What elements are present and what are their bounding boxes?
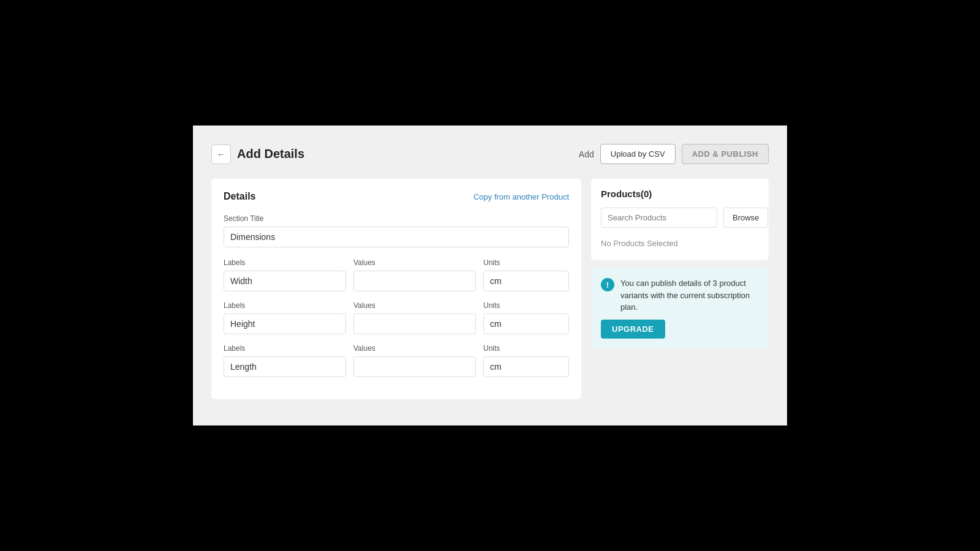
unit-input-3[interactable]	[484, 357, 569, 377]
add-publish-button[interactable]: ADD & PUBLISH	[682, 144, 769, 164]
label-input-3[interactable]	[224, 356, 346, 377]
unit-select-1[interactable]: ▼	[483, 271, 569, 291]
values-input-2[interactable]	[353, 313, 476, 334]
search-browse-row: Browse	[601, 208, 759, 228]
info-text: You can publish details of 3 product var…	[620, 277, 759, 313]
main-content: Details Copy from another Product Sectio…	[211, 179, 769, 399]
browse-button[interactable]: Browse	[723, 208, 768, 228]
info-icon: !	[601, 278, 614, 291]
app-container: ← Add Details Add Upload by CSV ADD & PU…	[193, 126, 787, 425]
values-label-3: Values	[353, 344, 476, 353]
row-2: Labels Values Units ▼	[224, 301, 569, 334]
header-left: ← Add Details	[211, 144, 304, 164]
no-products-text: No Products Selected	[601, 236, 759, 250]
left-panel: Details Copy from another Product Sectio…	[211, 179, 581, 399]
labels-label-1: Labels	[224, 258, 346, 267]
labels-label-2: Labels	[224, 301, 346, 310]
label-field-2: Labels	[224, 301, 346, 334]
page-title: Add Details	[237, 147, 304, 161]
unit-input-2[interactable]	[484, 314, 569, 334]
section-title-input[interactable]	[224, 227, 569, 247]
panel-header: Details Copy from another Product	[224, 191, 569, 202]
units-field-3: Units ▼	[483, 344, 569, 377]
units-field-1: Units ▼	[483, 258, 569, 291]
copy-from-product-link[interactable]: Copy from another Product	[473, 192, 569, 201]
values-input-1[interactable]	[353, 271, 476, 291]
values-input-3[interactable]	[353, 356, 476, 377]
values-field-1: Values	[353, 258, 476, 291]
upload-csv-button[interactable]: Upload by CSV	[600, 144, 676, 164]
right-panel: Products(0) Browse No Products Selected …	[591, 179, 769, 399]
values-field-2: Values	[353, 301, 476, 334]
search-products-input[interactable]	[601, 208, 717, 228]
row-3: Labels Values Units ▼	[224, 344, 569, 377]
values-label-2: Values	[353, 301, 476, 310]
section-title-label: Section Title	[224, 214, 569, 223]
labels-label-3: Labels	[224, 344, 346, 353]
units-label-2: Units	[483, 301, 569, 310]
add-label: Add	[579, 149, 594, 159]
values-label-1: Values	[353, 258, 476, 267]
row-1: Labels Values Units ▼	[224, 258, 569, 291]
units-field-2: Units ▼	[483, 301, 569, 334]
upgrade-button[interactable]: UPGRADE	[601, 320, 665, 339]
label-input-2[interactable]	[224, 313, 346, 334]
section-title-field: Section Title	[224, 214, 569, 247]
label-field-1: Labels	[224, 258, 346, 291]
info-card-content: ! You can publish details of 3 product v…	[601, 277, 759, 313]
products-title: Products(0)	[601, 189, 759, 199]
header-actions: Add Upload by CSV ADD & PUBLISH	[579, 144, 769, 164]
units-label-3: Units	[483, 344, 569, 353]
unit-input-1[interactable]	[484, 271, 569, 291]
details-panel-title: Details	[224, 191, 255, 202]
info-card: ! You can publish details of 3 product v…	[591, 268, 769, 348]
unit-select-3[interactable]: ▼	[483, 356, 569, 377]
back-button[interactable]: ←	[211, 144, 231, 164]
label-input-1[interactable]	[224, 271, 346, 291]
units-label-1: Units	[483, 258, 569, 267]
header: ← Add Details Add Upload by CSV ADD & PU…	[211, 144, 769, 164]
label-field-3: Labels	[224, 344, 346, 377]
unit-select-2[interactable]: ▼	[483, 313, 569, 334]
values-field-3: Values	[353, 344, 476, 377]
products-card: Products(0) Browse No Products Selected	[591, 179, 769, 260]
back-icon: ←	[217, 149, 225, 159]
